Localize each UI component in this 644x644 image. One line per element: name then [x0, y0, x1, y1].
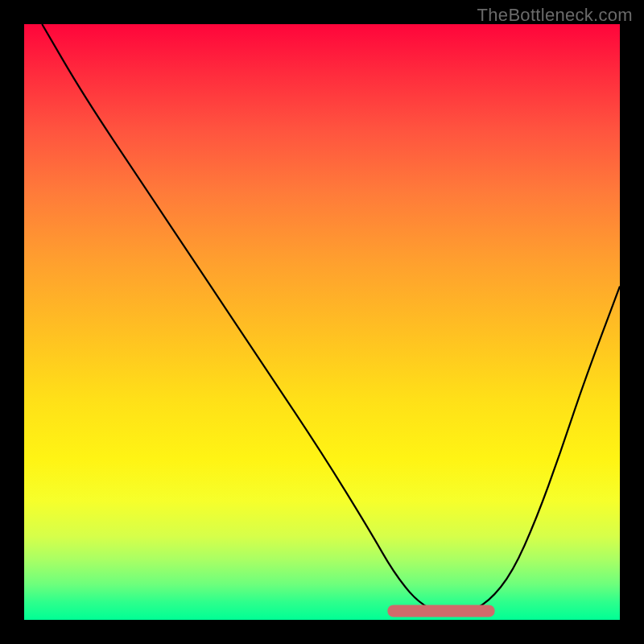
chart-svg [24, 24, 620, 620]
chart-frame: TheBottleneck.com [0, 0, 644, 644]
plot-area [24, 24, 620, 620]
bottleneck-curve [42, 24, 620, 614]
watermark-text: TheBottleneck.com [477, 5, 633, 26]
